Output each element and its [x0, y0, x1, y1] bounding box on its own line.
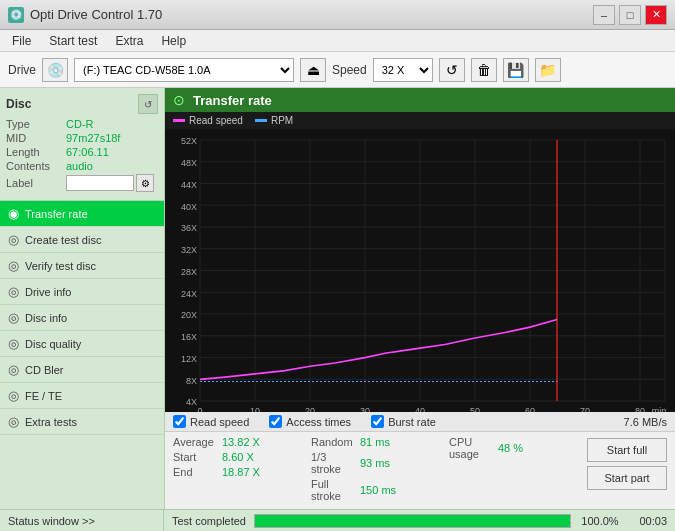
disc-refresh-icon[interactable]: ↺	[138, 94, 158, 114]
checkbox-read-speed[interactable]: Read speed	[173, 415, 249, 428]
sidebar-item-label-extra-tests: Extra tests	[25, 416, 77, 428]
speed-select[interactable]: 32 X	[373, 58, 433, 82]
random-val: 81 ms	[360, 436, 390, 448]
toolbar: Drive 💿 (F:) TEAC CD-W58E 1.0A ⏏ Speed 3…	[0, 52, 675, 88]
menu-file[interactable]: File	[4, 32, 39, 50]
minimize-button[interactable]: –	[593, 5, 615, 25]
stats-rows: Average 13.82 X Start 8.60 X End 18.87 X…	[165, 432, 675, 509]
disc-info-icon: ◎	[8, 310, 19, 325]
maximize-button[interactable]: □	[619, 5, 641, 25]
speed-label: Speed	[332, 63, 367, 77]
progress-time: 00:03	[629, 515, 667, 527]
burst-rate-label: Burst rate	[388, 416, 436, 428]
drive-select[interactable]: (F:) TEAC CD-W58E 1.0A	[74, 58, 294, 82]
sidebar-item-fe-te[interactable]: ◎ FE / TE	[0, 383, 164, 409]
svg-text:36X: 36X	[181, 222, 198, 233]
svg-text:16X: 16X	[181, 331, 198, 342]
disc-type-val: CD-R	[66, 118, 94, 130]
checkbox-access-times[interactable]: Access times	[269, 415, 351, 428]
app-icon: 💿	[8, 7, 24, 23]
access-times-label: Access times	[286, 416, 351, 428]
chart-header: ⊙ Transfer rate	[165, 88, 675, 112]
disc-contents-key: Contents	[6, 160, 66, 172]
fe-te-icon: ◎	[8, 388, 19, 403]
status-window-button[interactable]: Status window >>	[0, 510, 164, 532]
disc-contents-val: audio	[66, 160, 93, 172]
start-full-button[interactable]: Start full	[587, 438, 667, 462]
disc-label-icon[interactable]: ⚙	[136, 174, 154, 192]
fullstroke-val: 150 ms	[360, 484, 396, 496]
legend-rpm-color	[255, 119, 267, 122]
svg-text:80: 80	[635, 405, 645, 412]
sidebar-item-transfer-rate[interactable]: ◉ Transfer rate	[0, 201, 164, 227]
disc-type-key: Type	[6, 118, 66, 130]
svg-text:4X: 4X	[186, 396, 198, 407]
stat-col-3: CPU usage 48 %	[449, 436, 587, 505]
svg-text:50: 50	[470, 405, 480, 412]
sidebar-item-label-verify-test-disc: Verify test disc	[25, 260, 96, 272]
status-text: Test completed	[172, 515, 246, 527]
create-test-disc-icon: ◎	[8, 232, 19, 247]
sidebar-item-label-create-test-disc: Create test disc	[25, 234, 101, 246]
read-speed-checkbox[interactable]	[173, 415, 186, 428]
save-icon[interactable]: 📁	[535, 58, 561, 82]
burst-rate-checkbox[interactable]	[371, 415, 384, 428]
svg-text:24X: 24X	[181, 287, 198, 298]
disc-title: Disc	[6, 97, 31, 111]
sidebar-item-drive-info[interactable]: ◎ Drive info	[0, 279, 164, 305]
legend-read-label: Read speed	[189, 115, 243, 126]
erase-icon[interactable]: 🗑	[471, 58, 497, 82]
sidebar-item-disc-quality[interactable]: ◎ Disc quality	[0, 331, 164, 357]
progress-pct: 100.0%	[579, 515, 621, 527]
menu-help[interactable]: Help	[153, 32, 194, 50]
sidebar-item-verify-test-disc[interactable]: ◎ Verify test disc	[0, 253, 164, 279]
close-button[interactable]: ✕	[645, 5, 667, 25]
svg-text:40: 40	[415, 405, 425, 412]
legend-rpm-label: RPM	[271, 115, 293, 126]
sidebar-item-create-test-disc[interactable]: ◎ Create test disc	[0, 227, 164, 253]
disc-length-key: Length	[6, 146, 66, 158]
chart-svg: 52X 48X 44X 40X 36X 32X 28X 24X 20X 16X …	[165, 129, 675, 412]
sidebar-item-label-drive-info: Drive info	[25, 286, 71, 298]
chart-area: 52X 48X 44X 40X 36X 32X 28X 24X 20X 16X …	[165, 129, 675, 412]
burn-icon[interactable]: 💾	[503, 58, 529, 82]
status-window-label: Status window >>	[8, 515, 95, 527]
menu-bar: File Start test Extra Help	[0, 30, 675, 52]
disc-label-input[interactable]	[66, 175, 134, 191]
end-key: End	[173, 466, 218, 478]
svg-text:8X: 8X	[186, 374, 198, 385]
svg-text:40X: 40X	[181, 200, 198, 211]
refresh-icon[interactable]: ↺	[439, 58, 465, 82]
svg-text:28X: 28X	[181, 265, 198, 276]
menu-start-test[interactable]: Start test	[41, 32, 105, 50]
main-content: Disc ↺ Type CD-R MID 97m27s18f Length 67…	[0, 88, 675, 509]
access-times-checkbox[interactable]	[269, 415, 282, 428]
checkbox-burst-rate[interactable]: Burst rate	[371, 415, 436, 428]
chart-header-icon: ⊙	[173, 92, 185, 108]
svg-text:20: 20	[305, 405, 315, 412]
eject-icon[interactable]: ⏏	[300, 58, 326, 82]
svg-text:30: 30	[360, 405, 370, 412]
stat-col-2: Random 81 ms 1/3 stroke 93 ms Full strok…	[311, 436, 449, 505]
cpu-key: CPU usage	[449, 436, 494, 460]
drive-label: Drive	[8, 63, 36, 77]
status-bar: Status window >> Test completed 100.0% 0…	[0, 509, 675, 531]
fullstroke-key: Full stroke	[311, 478, 356, 502]
disc-panel: Disc ↺ Type CD-R MID 97m27s18f Length 67…	[0, 88, 164, 201]
stat-col-buttons: Start full Start part	[587, 436, 667, 505]
cd-bler-icon: ◎	[8, 362, 19, 377]
cpu-val: 48 %	[498, 442, 523, 454]
sidebar-item-disc-info[interactable]: ◎ Disc info	[0, 305, 164, 331]
svg-text:48X: 48X	[181, 157, 198, 168]
random-key: Random	[311, 436, 356, 448]
svg-text:min: min	[652, 405, 666, 412]
svg-text:60: 60	[525, 405, 535, 412]
legend-rpm: RPM	[255, 115, 293, 126]
sidebar-item-label-disc-quality: Disc quality	[25, 338, 81, 350]
menu-extra[interactable]: Extra	[107, 32, 151, 50]
sidebar-item-extra-tests[interactable]: ◎ Extra tests	[0, 409, 164, 435]
start-part-button[interactable]: Start part	[587, 466, 667, 490]
disc-mid-val: 97m27s18f	[66, 132, 120, 144]
sidebar-item-cd-bler[interactable]: ◎ CD Bler	[0, 357, 164, 383]
checkboxes-row: Read speed Access times Burst rate 7.6 M…	[165, 412, 675, 432]
